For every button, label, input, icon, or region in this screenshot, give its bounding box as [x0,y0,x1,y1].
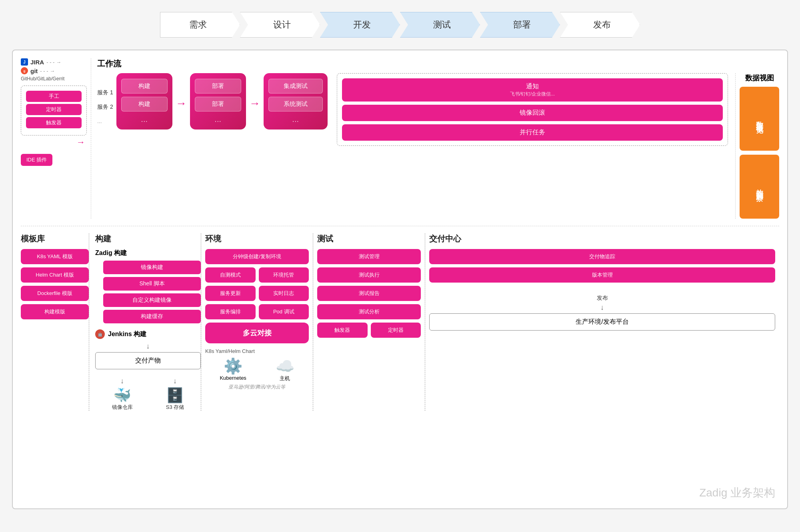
test-container-dots: ... [292,115,299,124]
notification-area: 通知 飞书/钉钉/企业微信... 镜像回滚 并行任务 [331,73,728,146]
parallel-box: 并行任务 [342,124,723,141]
pipeline-step-3: 测试 [400,12,480,38]
service2-label: 服务 2 [97,104,113,111]
template-label-2: Dockerfile 模版 [37,290,72,296]
test-timer-label: 定时器 [388,327,404,333]
data-view-title: 数据视图 [740,73,779,83]
test-title: 测试 [317,233,421,244]
data-sidebar: 数据视图 数据概览 效能洞察 [735,73,779,219]
env-service-compose-label: 服务编排 [220,309,241,315]
ide-plugin-label: IDE 插件 [26,157,47,163]
kubernetes-area: ⚙️ Kubernetes [220,357,246,382]
data-insights-label: 效能洞察 [755,183,764,190]
deploy-box-1: 部署 [195,79,241,94]
publish-arrow: ↓ [429,303,775,312]
environment-section: 环境 分钟级创建/复制环境 自测模式 环境托管 [201,233,313,411]
test-trigger: 触发器 [317,323,368,338]
zadig-build-area: Zadig 构建 镜像构建 Shell 脚本 自定义构建镜像 构建缓存 [95,249,201,323]
s3-icon: 🗄️ [166,387,184,404]
image-repo-area: ↓ 🐳 镜像仓库 [112,375,133,411]
test-trigger-label: 触发器 [334,327,350,333]
ide-plugin: IDE 插件 [21,154,52,166]
trigger-box: 手工 定时器 触发器 [21,86,87,135]
jira-git-area: J JIRA - - - → g git - - - → GitHub/GitL… [21,58,87,82]
main-diagram: J JIRA - - - → g git - - - → GitHub/GitL… [12,50,788,509]
delivery-track-label: 交付物追踪 [589,253,615,259]
version-manage: 版本管理 [429,267,775,283]
zadig-build-title: Zadig 构建 [95,249,201,257]
env-hosting: 环境托管 [259,267,309,283]
jira-arrow: - - - → [46,59,61,65]
build-container: 构建 构建 ... [116,73,172,130]
build-title: 构建 [95,233,201,244]
env-item-full: 分钟级创建/复制环境 [205,249,309,264]
image-repo-arrow: ↓ [112,377,133,385]
test-manage-label: 测试管理 [359,253,380,259]
cloud-icons-row: ⚙️ Kubernetes ☁️ 主机 [205,357,309,382]
workflow-area: 工作流 服务 1 服务 2 ... 构建 构建 ... [91,58,779,219]
publish-area: 发布 ↓ 生产环境/发布平台 [429,295,775,331]
template-label-1: Helm Chart 模版 [36,272,74,278]
env-hosting-label: 环境托管 [273,272,294,278]
template-item-1: Helm Chart 模版 [21,267,89,283]
jenkins-build-title: Jenkins 构建 [108,330,146,339]
bottom-section: 模板库 K8s YAML 模版 Helm Chart 模版 Dockerfile… [21,233,779,411]
jira-icon: J [21,58,28,66]
env-service-compose: 服务编排 [205,304,256,319]
build-item-label-3: 构建缓存 [141,313,163,319]
service-dots-label: ... [97,118,113,124]
notif-box: 通知 飞书/钉钉/企业微信... [342,78,723,102]
pipeline-label-5: 发布 [593,19,611,31]
s3-storage-area: ↓ 🗄️ S3 存储 [166,375,184,411]
test-manage: 测试管理 [317,249,421,264]
template-item-2: Dockerfile 模版 [21,286,89,301]
deploy-box-2: 部署 [195,97,241,112]
jira-label: JIRA [30,59,44,66]
pipeline-step-2: 开发 [320,12,400,38]
jenkins-build-row: 🤖 Jenkins 构建 [95,329,201,339]
template-item-0: K8s YAML 模版 [21,249,89,264]
trigger-webhook: 触发器 [26,117,82,128]
build-box-2: 构建 [121,97,168,112]
pipeline-step-1: 设计 [240,12,320,38]
test-row-trigger-timer: 触发器 定时器 [317,323,421,338]
trigger-timer: 定时器 [26,104,82,115]
pipeline-step-0: 需求 [160,12,240,38]
test-analysis-label: 测试分析 [359,309,380,315]
build-section: 构建 Zadig 构建 镜像构建 Shell 脚本 自定义构建镜像 [89,233,201,411]
host-icon: ☁️ [276,357,294,375]
template-lib-items: K8s YAML 模版 Helm Chart 模版 Dockerfile 模版 … [21,249,89,319]
test-report: 测试报告 [317,286,421,301]
production-label: 生产环境/发布平台 [576,318,628,325]
host-area: ☁️ 主机 [276,357,294,382]
multi-cloud-box: 多云对接 [205,323,309,343]
env-items: 分钟级创建/复制环境 自测模式 环境托管 服务更新 [205,249,309,343]
pipeline-label-2: 开发 [353,19,371,31]
build-dots: ... [141,115,148,124]
artifact-label: 交付产物 [135,357,161,364]
build-item-0: 镜像构建 [103,261,201,274]
zadig-build-items: 镜像构建 Shell 脚本 自定义构建镜像 构建缓存 [103,261,201,323]
test-timer: 定时器 [371,323,421,338]
trigger-manual: 手工 [26,91,82,102]
pipeline-step-5: 发布 [560,12,640,38]
env-row-0: 自测模式 环境托管 [205,267,309,283]
notif-subtitle: 飞书/钉钉/企业微信... [348,91,716,98]
pipeline-step-4: 部署 [480,12,560,38]
env-pod-debug: Pod 调试 [259,304,309,319]
rollback-box: 镜像回滚 [342,105,723,121]
workflow-title: 工作流 [97,58,779,69]
build-item-3: 构建缓存 [103,310,201,323]
template-label-0: K8s YAML 模版 [37,253,72,259]
integration-test-box: 集成测试 [268,79,323,94]
jenkins-icon: 🤖 [95,329,105,339]
build-item-1: Shell 脚本 [103,277,201,291]
env-row-1: 服务更新 实时日志 [205,286,309,301]
git-icon: g [21,67,28,74]
pipeline-label-1: 设计 [273,19,291,31]
page-container: 需求 设计 开发 测试 部署 发布 J JIRA [0,0,800,517]
system-test-box: 系统测试 [268,97,323,112]
deploy-dots: ... [214,115,221,124]
pipeline-label-4: 部署 [513,19,531,31]
template-lib-title: 模板库 [21,233,89,244]
